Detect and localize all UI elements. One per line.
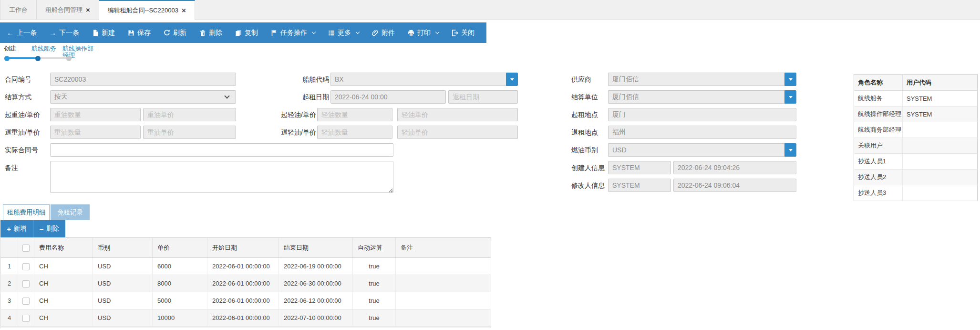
new-button[interactable]: 新建 [92, 29, 115, 37]
roles-table-row[interactable]: 航线操作部经理SYSTEM [854, 106, 978, 122]
fee-grid-row[interactable]: 3CHUSD50002022-06-01 00:00:002022-06-12 … [1, 292, 491, 309]
chevron-down-icon [435, 30, 439, 33]
copy-button[interactable]: 复制 [235, 29, 258, 37]
save-button[interactable]: 保存 [127, 29, 151, 37]
fee-grid-row[interactable]: 2CHUSD80002022-06-01 00:00:002022-06-30 … [1, 275, 491, 292]
created-by-user-input [608, 161, 671, 174]
roles-table: 角色名称 用户代码 航线船务SYSTEM航线操作部经理SYSTEM航线商务部经理… [854, 74, 978, 201]
fee-grid-action-bar: + 新增 − 删除 [0, 220, 65, 237]
roles-table-row[interactable]: 抄送人员1 [854, 154, 978, 170]
fee-grid-row[interactable]: 1CHUSD60002022-06-01 00:00:002022-06-19 … [1, 258, 491, 275]
vessel-code-label: 船舶代码 [284, 73, 329, 86]
off-hire-place-input [608, 126, 796, 139]
lfo-on-qty-input [317, 108, 392, 121]
fee-grid-column-header: 开始日期 [207, 238, 279, 258]
supplier-label: 供应商 [571, 73, 607, 86]
roles-table-row[interactable]: 航线商务部经理 [854, 122, 978, 138]
select-all-checkbox[interactable] [22, 245, 30, 252]
on-hire-place-input [608, 108, 796, 121]
hfo-on-qty-input [50, 108, 141, 121]
remark-textarea[interactable] [50, 161, 393, 193]
roles-table-row[interactable]: 抄送人员2 [854, 170, 978, 185]
lfo-on-price-input [397, 108, 518, 121]
close-icon[interactable]: × [86, 6, 90, 13]
fee-grid-column-header: 备注 [396, 238, 491, 258]
tab-label: 工作台 [9, 6, 28, 14]
roles-table-row[interactable]: 航线船务SYSTEM [854, 91, 978, 106]
fee-grid-column-header: 结束日期 [279, 238, 353, 258]
settle-method-label: 结算方式 [5, 90, 49, 104]
tab-bar: 工作台 租船合同管理 × 编辑租船合同--SC220003 × [0, 0, 980, 20]
on-hire-place-label: 起租地点 [571, 108, 607, 121]
modified-by-label: 修改人信息 [571, 179, 607, 192]
tab-edit-charter-contract[interactable]: 编辑租船合同--SC220003 × [99, 0, 195, 20]
supplier-input [608, 73, 784, 86]
delete-row-button[interactable]: − 删除 [33, 220, 66, 237]
select-all-header [18, 238, 34, 258]
lfo-on-label: 起轻油/单价 [277, 108, 316, 121]
row-checkbox[interactable] [22, 280, 30, 287]
trash-icon [199, 29, 206, 36]
list-icon [328, 29, 335, 36]
row-checkbox[interactable] [22, 315, 30, 322]
step-dot-route-operations-manager[interactable] [66, 56, 72, 61]
created-by-label: 创建人信息 [571, 161, 607, 174]
remark-label: 备注 [5, 161, 49, 174]
row-checkbox[interactable] [22, 298, 30, 305]
caret-down-icon [789, 78, 793, 83]
fee-grid-header-row: 费用名称币别单价开始日期结束日期自动运算备注 [1, 238, 491, 258]
refresh-button[interactable]: 刷新 [163, 29, 186, 37]
task-actions-button[interactable]: 任务操作 [270, 29, 315, 37]
fuel-currency-label: 燃油币别 [571, 143, 607, 157]
step-connector-done [7, 57, 38, 59]
close-icon[interactable]: × [182, 7, 186, 14]
fuel-currency-dropdown-button[interactable] [784, 143, 796, 157]
next-button[interactable]: → 下一条 [49, 29, 79, 37]
settle-unit-dropdown-button[interactable] [784, 90, 796, 104]
copy-icon [235, 29, 242, 36]
contract-no-label: 合同编号 [5, 73, 49, 86]
attachment-button[interactable]: 附件 [371, 29, 395, 37]
fuel-currency-input [608, 143, 784, 157]
previous-button[interactable]: ← 上一条 [7, 29, 37, 37]
close-button[interactable]: 关闭 [451, 29, 475, 37]
delete-button[interactable]: 删除 [199, 29, 222, 37]
hire-off-date-input [448, 90, 518, 104]
more-button[interactable]: 更多 [328, 29, 359, 37]
tab-rent-free-record[interactable]: 免租记录 [51, 204, 90, 220]
step-dot-route-shipping[interactable] [35, 56, 41, 61]
save-icon [127, 29, 134, 36]
modified-by-user-input [608, 179, 671, 192]
modified-time-input [673, 179, 796, 192]
vessel-dropdown-button[interactable] [506, 73, 518, 86]
fee-grid: 费用名称币别单价开始日期结束日期自动运算备注 1CHUSD60002022-06… [0, 237, 491, 328]
contract-no-input [50, 73, 236, 86]
workflow-steps: 创建 航线船务 航线操作部经理 [4, 45, 113, 67]
step-connector-pending [38, 57, 69, 59]
hfo-on-label: 起重油/单价 [5, 108, 49, 121]
roles-table-row[interactable]: 抄送人员3 [854, 185, 978, 201]
hire-on-date-label: 起租日期 [284, 90, 329, 104]
fuel-currency-combo [608, 143, 796, 157]
tab-charter-contract-management[interactable]: 租船合同管理 × [37, 0, 99, 20]
vessel-code-combo [330, 73, 518, 86]
settle-method-select [50, 90, 236, 104]
tab-label: 租船合同管理 [45, 6, 83, 14]
supplier-dropdown-button[interactable] [784, 73, 796, 86]
print-button[interactable]: 打印 [407, 29, 439, 37]
fee-grid-body: 1CHUSD60002022-06-01 00:00:002022-06-19 … [1, 258, 491, 328]
actual-contract-no-input[interactable] [50, 143, 393, 157]
step-label-create: 创建 [4, 45, 16, 52]
logout-icon [451, 29, 458, 36]
fee-grid-row[interactable]: 4CHUSD100002022-06-01 00:00:002022-07-10… [1, 309, 491, 327]
row-checkbox[interactable] [22, 263, 30, 270]
paperclip-icon [371, 29, 379, 36]
hire-on-date-input [330, 90, 446, 104]
actual-contract-no-label: 实际合同号 [5, 143, 49, 157]
roles-table-row[interactable]: 关联用户 [854, 138, 978, 154]
tab-charter-fee-detail[interactable]: 租船费用明细 [3, 204, 50, 220]
tab-workbench[interactable]: 工作台 [0, 0, 37, 20]
add-row-button[interactable]: + 新增 [0, 220, 33, 237]
chevron-down-icon [356, 30, 360, 33]
step-dot-create[interactable] [4, 56, 10, 61]
